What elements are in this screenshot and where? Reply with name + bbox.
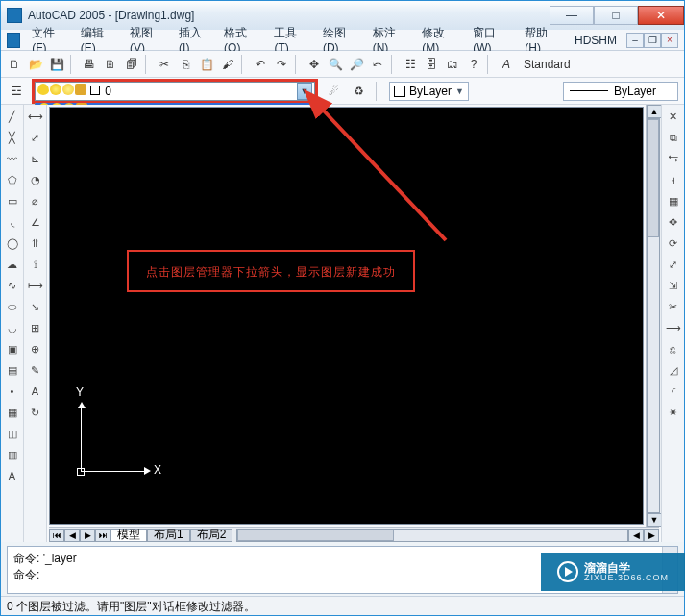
doc-minimize-button[interactable]: – — [626, 33, 644, 48]
revcloud-tool[interactable]: ☁ — [3, 255, 22, 274]
layer-states-button[interactable]: ♻ — [349, 82, 368, 101]
minimize-button[interactable]: — — [550, 6, 594, 25]
dim-baseline-tool[interactable]: ⟟ — [26, 255, 45, 274]
spline-tool[interactable]: ∿ — [3, 276, 22, 295]
dim-continue-tool[interactable]: ⟼ — [26, 276, 45, 295]
circle-tool[interactable]: ◯ — [3, 234, 22, 253]
paste-button[interactable]: 📋 — [197, 55, 216, 74]
polygon-tool[interactable]: ⬠ — [3, 170, 22, 189]
chamfer-tool[interactable]: ◿ — [664, 360, 683, 380]
array-tool[interactable]: ▦ — [664, 191, 683, 210]
mirror-tool[interactable]: ⮀ — [664, 149, 683, 168]
maximize-button[interactable]: □ — [594, 6, 638, 25]
erase-tool[interactable]: ✕ — [664, 107, 683, 126]
save-button[interactable]: 💾 — [47, 55, 66, 74]
help-button[interactable]: ? — [464, 55, 483, 74]
explode-tool[interactable]: ✷ — [664, 403, 683, 422]
dim-diameter-tool[interactable]: ⌀ — [26, 191, 45, 210]
move-tool[interactable]: ✥ — [664, 212, 683, 232]
ellipsearc-tool[interactable]: ◡ — [3, 318, 22, 337]
properties-button[interactable]: ☷ — [401, 55, 420, 74]
offset-tool[interactable]: ⫞ — [664, 170, 683, 189]
cut-button[interactable]: ✂ — [155, 55, 174, 74]
undo-button[interactable]: ↶ — [251, 55, 270, 74]
hscroll-left-button[interactable]: ◀ — [628, 529, 644, 542]
print-button[interactable]: 🖶 — [80, 55, 99, 74]
doc-restore-button[interactable]: ❐ — [644, 33, 661, 48]
insert-block-tool[interactable]: ▣ — [3, 339, 22, 358]
hscroll-right-button[interactable]: ▶ — [644, 529, 659, 542]
stretch-tool[interactable]: ⇲ — [664, 276, 683, 295]
dim-angular-tool[interactable]: ∠ — [26, 212, 45, 232]
dim-linear-tool[interactable]: ⟷ — [26, 107, 45, 126]
layer-previous-button[interactable]: ☄ — [324, 82, 343, 101]
tab-layout1[interactable]: 布局1 — [147, 529, 190, 542]
zoom-realtime-button[interactable]: 🔍 — [326, 55, 345, 74]
textstyle-button[interactable]: A — [497, 55, 516, 74]
dim-update-tool[interactable]: ↻ — [26, 403, 45, 422]
extend-tool[interactable]: ⟶ — [664, 318, 683, 337]
dim-edit-tool[interactable]: ✎ — [26, 360, 45, 380]
dim-ordinate-tool[interactable]: ⊾ — [26, 149, 45, 168]
app-icon — [7, 8, 22, 23]
redo-button[interactable]: ↷ — [272, 55, 291, 74]
tab-prev-button[interactable]: ◀ — [64, 529, 80, 542]
scale-tool[interactable]: ⤢ — [664, 255, 683, 274]
layer-manager-button[interactable]: ☲ — [7, 82, 26, 101]
dim-quick-tool[interactable]: ⥣ — [26, 234, 45, 253]
match-props-button[interactable]: 🖌 — [218, 55, 237, 74]
close-button[interactable]: ✕ — [638, 6, 684, 25]
vertical-scrollbar[interactable]: ▲ ▼ — [646, 105, 661, 527]
toolpalettes-button[interactable]: 🗂 — [443, 55, 462, 74]
ellipse-tool[interactable]: ⬭ — [3, 297, 22, 316]
statusbar: 0 个图层被过滤。请用"图层"对话框修改过滤器。 — [1, 596, 684, 615]
layer-dropdown-button[interactable]: ▼ — [297, 83, 312, 100]
publish-button[interactable]: 🗐 — [122, 55, 141, 74]
color-control[interactable]: ByLayer ▼ — [389, 82, 469, 101]
tab-model[interactable]: 模型 — [110, 529, 147, 542]
open-file-button[interactable]: 📂 — [26, 55, 45, 74]
menu-app-icon[interactable] — [7, 33, 20, 48]
tab-next-button[interactable]: ▶ — [80, 529, 95, 542]
region-tool[interactable]: ◫ — [3, 424, 22, 443]
copy-button[interactable]: ⎘ — [176, 55, 195, 74]
xline-tool[interactable]: ╳ — [3, 128, 22, 147]
pline-tool[interactable]: 〰 — [3, 149, 22, 168]
designcenter-button[interactable]: 🗄 — [422, 55, 441, 74]
drawing-canvas[interactable]: 点击图层管理器下拉箭头，显示图层新建成功 Y X — [49, 107, 644, 525]
tab-layout2[interactable]: 布局2 — [190, 529, 233, 542]
table-tool[interactable]: ▥ — [3, 445, 22, 464]
make-block-tool[interactable]: ▤ — [3, 360, 22, 380]
dim-tolerance-tool[interactable]: ⊞ — [26, 318, 45, 337]
break-tool[interactable]: ⎌ — [664, 339, 683, 358]
plot-preview-button[interactable]: 🗎 — [101, 55, 120, 74]
horizontal-scrollbar[interactable] — [236, 529, 628, 542]
dim-tedit-tool[interactable]: A — [26, 382, 45, 401]
pan-button[interactable]: ✥ — [305, 55, 324, 74]
rotate-tool[interactable]: ⟳ — [664, 234, 683, 253]
copy-obj-tool[interactable]: ⧉ — [664, 128, 683, 147]
zoom-previous-button[interactable]: ⤺ — [368, 55, 387, 74]
new-file-button[interactable]: 🗋 — [5, 55, 24, 74]
hatch-tool[interactable]: ▦ — [3, 403, 22, 422]
dim-aligned-tool[interactable]: ⤢ — [26, 128, 45, 147]
fillet-tool[interactable]: ◜ — [664, 382, 683, 401]
arc-tool[interactable]: ◟ — [3, 212, 22, 232]
doc-close-button[interactable]: × — [661, 33, 678, 48]
rectangle-tool[interactable]: ▭ — [3, 191, 22, 210]
mtext-tool[interactable]: A — [3, 466, 22, 485]
color-swatch-icon — [394, 86, 405, 97]
zoom-window-button[interactable]: 🔎 — [347, 55, 366, 74]
dim-center-tool[interactable]: ⊕ — [26, 339, 45, 358]
menu-hdshm[interactable]: HDSHM — [569, 32, 623, 49]
tab-last-button[interactable]: ⏭ — [95, 529, 110, 542]
tab-first-button[interactable]: ⏮ — [49, 529, 64, 542]
line-tool[interactable]: ╱ — [3, 107, 22, 126]
layer-combo[interactable]: 0 ▼ — [35, 82, 315, 101]
dim-radius-tool[interactable]: ◔ — [26, 170, 45, 189]
line-sample-icon — [570, 90, 608, 91]
point-tool[interactable]: • — [3, 382, 22, 401]
trim-tool[interactable]: ✂ — [664, 297, 683, 316]
linetype-control[interactable]: ByLayer — [563, 82, 678, 101]
dim-leader-tool[interactable]: ↘ — [26, 297, 45, 316]
